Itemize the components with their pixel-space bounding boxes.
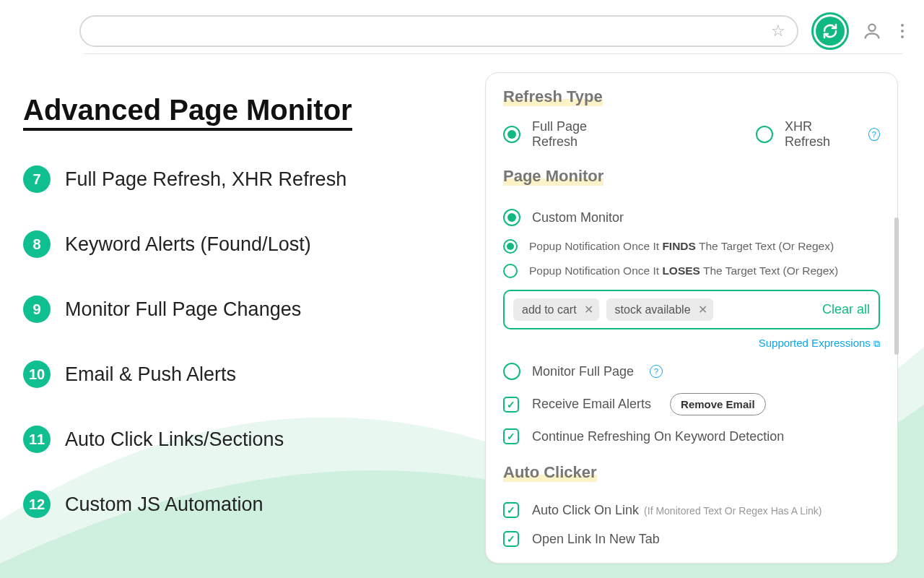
feature-badge: 10 [23,361,51,388]
feature-badge: 9 [23,296,51,323]
address-bar[interactable]: ☆ [79,15,798,47]
feature-list: 7 Full Page Refresh, XHR Refresh 8 Keywo… [23,165,456,518]
feature-item: 9 Monitor Full Page Changes [23,296,456,323]
checkbox-checked-icon: ✓ [503,502,519,518]
option-label: Continue Refreshing On Keyword Detection [532,429,784,444]
help-icon[interactable]: ? [868,128,880,141]
option-label: Monitor Full Page [532,364,634,379]
option-hint: (If Monitored Text Or Regex Has A Link) [644,505,821,517]
page-title: Advanced Page Monitor [23,94,456,131]
kebab-menu-icon[interactable] [895,22,910,40]
notify-finds-option[interactable]: Popup Notification Once It FINDS The Tar… [503,239,880,254]
svg-point-1 [901,24,904,27]
radio-selected-icon [503,209,520,226]
radio-selected-icon [503,239,518,254]
profile-icon[interactable] [862,21,882,41]
radio-icon [756,126,773,143]
refresh-icon [816,17,845,46]
checkbox-checked-icon: ✓ [503,428,519,444]
radio-icon [503,363,520,380]
continue-refreshing-option[interactable]: ✓ Continue Refreshing On Keyword Detecti… [503,428,784,444]
tag-label: add to cart [522,303,577,316]
checkbox-checked-icon: ✓ [503,531,519,547]
monitor-full-page-option[interactable]: Monitor Full Page ? [503,363,663,380]
tag-remove-icon[interactable]: ✕ [698,303,707,316]
feature-badge: 12 [23,491,51,518]
settings-panel: Refresh Type Full Page Refresh XHR Refre… [485,72,898,564]
remove-email-button[interactable]: Remove Email [670,393,766,415]
keyword-tag: stock available ✕ [606,298,713,321]
svg-point-3 [901,35,904,38]
option-label: Full Page Refresh [532,119,626,150]
bookmark-star-icon[interactable]: ☆ [771,22,785,40]
receive-email-alerts-option[interactable]: ✓ Receive Email Alerts [503,397,651,413]
option-label: XHR Refresh [785,119,853,150]
open-new-tab-option[interactable]: ✓ Open Link In New Tab [503,531,660,547]
keyword-tag: add to cart ✕ [513,298,599,321]
browser-toolbar: ☆ [0,9,924,53]
feature-label: Keyword Alerts (Found/Lost) [65,233,311,256]
feature-item: 7 Full Page Refresh, XHR Refresh [23,165,456,193]
feature-label: Full Page Refresh, XHR Refresh [65,168,346,191]
checkbox-checked-icon: ✓ [503,397,519,413]
feature-item: 11 Auto Click Links/Sections [23,426,456,453]
auto-click-link-option[interactable]: ✓ Auto Click On Link (If Monitored Text … [503,502,821,518]
full-page-refresh-option[interactable]: Full Page Refresh [503,119,626,150]
tag-label: stock available [615,303,691,316]
option-label: Auto Click On Link (If Monitored Text Or… [532,503,821,518]
option-label: Custom Monitor [532,210,624,225]
feature-item: 12 Custom JS Automation [23,491,456,518]
svg-point-2 [901,30,904,33]
feature-item: 10 Email & Push Alerts [23,361,456,388]
supported-expressions-link[interactable]: Supported Expressions ⧉ [503,337,880,350]
scrollbar[interactable] [894,217,899,355]
clear-all-button[interactable]: Clear all [822,302,870,317]
feature-badge: 8 [23,230,51,258]
feature-label: Monitor Full Page Changes [65,298,301,321]
xhr-refresh-option[interactable]: XHR Refresh ? [756,119,880,150]
option-label: Popup Notification Once It FINDS The Tar… [529,240,834,253]
svg-point-0 [868,25,875,31]
keyword-tag-input[interactable]: add to cart ✕ stock available ✕ Clear al… [503,290,880,329]
feature-label: Email & Push Alerts [65,363,236,386]
help-icon[interactable]: ? [650,365,663,378]
page-monitor-header: Page Monitor [503,167,603,186]
option-label: Receive Email Alerts [532,397,651,412]
feature-label: Custom JS Automation [65,493,263,516]
feature-item: 8 Keyword Alerts (Found/Lost) [23,230,456,258]
tag-remove-icon[interactable]: ✕ [584,303,593,316]
refresh-type-header: Refresh Type [503,87,603,106]
option-label: Open Link In New Tab [532,532,660,547]
notify-loses-option[interactable]: Popup Notification Once It LOSES The Tar… [503,264,880,278]
custom-monitor-option[interactable]: Custom Monitor [503,209,624,226]
feature-label: Auto Click Links/Sections [65,428,284,451]
feature-badge: 11 [23,426,51,453]
left-panel: Advanced Page Monitor 7 Full Page Refres… [23,94,456,556]
feature-badge: 7 [23,165,51,193]
external-link-icon: ⧉ [873,338,880,349]
radio-selected-icon [503,126,520,143]
radio-icon [503,264,518,278]
option-label: Popup Notification Once It LOSES The Tar… [529,264,838,277]
auto-clicker-header: Auto Clicker [503,463,597,482]
toolbar-divider [84,53,902,54]
extension-button[interactable] [811,12,849,50]
